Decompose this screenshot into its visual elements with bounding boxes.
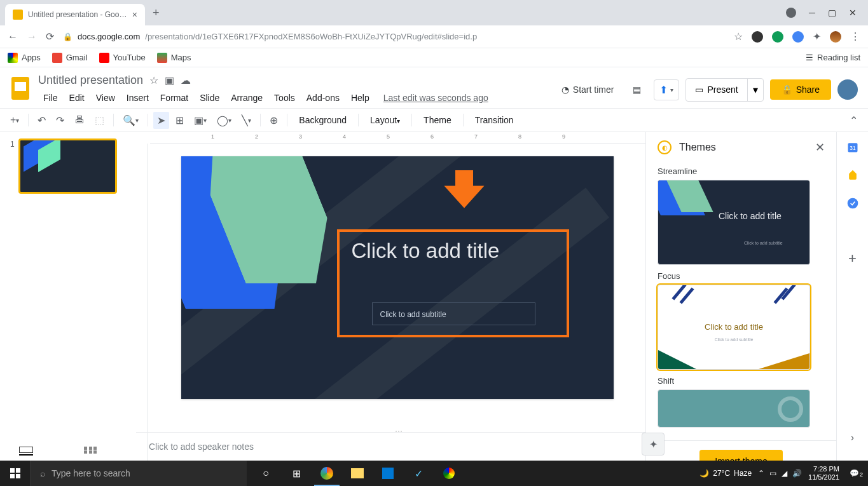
print-icon[interactable]: 🖶 <box>71 112 88 128</box>
wifi-icon[interactable]: ◢ <box>782 469 787 478</box>
close-window-icon[interactable]: ✕ <box>849 8 857 18</box>
chrome-menu-icon[interactable]: ⋮ <box>850 30 860 43</box>
chrome-taskbar-icon[interactable] <box>312 461 342 486</box>
extensions-puzzle-icon[interactable]: ✦ <box>813 30 821 43</box>
subtitle-placeholder-box[interactable]: Click to add subtitle <box>372 302 535 325</box>
present-dropdown[interactable]: ▾ <box>747 79 763 101</box>
bookmark-star-icon[interactable]: ☆ <box>734 30 743 43</box>
menu-slide[interactable]: Slide <box>195 90 224 105</box>
undo-icon[interactable]: ↶ <box>34 112 50 129</box>
upload-box-button[interactable]: ⬆▾ <box>654 79 679 100</box>
zoom-button[interactable]: 🔍▾ <box>119 112 142 129</box>
app-taskbar-icon[interactable] <box>373 461 403 486</box>
menu-addons[interactable]: Add-ons <box>301 90 345 105</box>
url-field[interactable]: 🔒 docs.google.com/presentation/d/1eGTXE6… <box>63 32 725 41</box>
slides-logo-icon[interactable] <box>8 71 33 105</box>
start-button[interactable] <box>0 461 31 486</box>
textbox-icon[interactable]: ⊞ <box>172 112 188 129</box>
present-button[interactable]: ▭Present <box>686 79 747 101</box>
explorer-taskbar-icon[interactable] <box>342 461 373 486</box>
menu-help[interactable]: Help <box>346 90 375 105</box>
menu-arrange[interactable]: Arrange <box>226 90 268 105</box>
theme-button[interactable]: Theme <box>417 112 458 128</box>
shape-icon[interactable]: ◯▾ <box>213 112 235 129</box>
grid-view-icon[interactable] <box>84 447 98 456</box>
tab-close-icon[interactable]: × <box>132 10 137 20</box>
calendar-icon[interactable]: 31 <box>846 141 859 154</box>
notifications-icon[interactable]: 💬2 <box>846 469 863 478</box>
extension-icon-2[interactable] <box>772 31 783 43</box>
new-slide-button[interactable]: +▾ <box>6 112 23 128</box>
menu-file[interactable]: File <box>38 90 63 105</box>
comments-button[interactable]: ▤ <box>626 81 647 98</box>
task-view-icon[interactable]: ⊞ <box>281 461 312 486</box>
keep-icon[interactable] <box>846 169 859 182</box>
filmstrip-view-icon[interactable] <box>19 447 33 456</box>
taskbar-clock[interactable]: 7:28 PM 11/5/2021 <box>808 465 839 482</box>
theme-preview-focus[interactable]: Click to add title Click to add subtitle <box>658 285 810 370</box>
menu-edit[interactable]: Edit <box>64 90 90 105</box>
menu-view[interactable]: View <box>91 90 120 105</box>
url-path: /presentation/d/1eGTXE6R17FXpnodXEM8S6oW… <box>145 32 477 41</box>
slide-thumbnail-1[interactable]: 1 <box>10 138 126 194</box>
background-button[interactable]: Background <box>293 112 353 128</box>
collapse-toolbar-icon[interactable]: ⌃ <box>846 112 862 129</box>
timer-icon: ◔ <box>561 84 569 95</box>
bookmark-gmail[interactable]: Gmail <box>52 53 88 63</box>
doc-title[interactable]: Untitled presentation <box>38 74 143 87</box>
star-icon[interactable]: ☆ <box>149 74 158 86</box>
theme-name-shift: Shift <box>658 376 825 386</box>
minimize-icon[interactable]: ─ <box>809 8 815 18</box>
themes-title: Themes <box>679 142 808 153</box>
menu-format[interactable]: Format <box>155 90 193 105</box>
theme-preview-shift[interactable] <box>658 389 810 428</box>
bookmark-youtube[interactable]: YouTube <box>99 53 146 63</box>
select-tool-icon[interactable]: ➤ <box>153 112 169 129</box>
theme-preview-streamline[interactable]: Click to add title Click to add subtitle <box>658 180 810 265</box>
image-icon[interactable]: ▣▾ <box>190 112 210 129</box>
move-icon[interactable]: ▣ <box>165 74 174 86</box>
browser-tab[interactable]: Untitled presentation - Google S × <box>5 4 145 25</box>
lock-icon[interactable]: 🔒 <box>63 32 72 41</box>
last-edit-link[interactable]: Last edit was seconds ago <box>383 93 488 103</box>
tray-chevron-icon[interactable]: ⌃ <box>758 469 764 478</box>
redo-icon[interactable]: ↷ <box>52 112 68 129</box>
taskbar-search[interactable]: ⌕Type here to search <box>31 461 247 486</box>
new-tab-button[interactable]: + <box>153 6 160 20</box>
close-panel-icon[interactable]: ✕ <box>815 140 825 154</box>
chrome-account-icon[interactable] <box>786 8 796 18</box>
layout-button[interactable]: Layout▾ <box>364 112 406 128</box>
bookmark-maps[interactable]: Maps <box>157 53 191 63</box>
todo-taskbar-icon[interactable]: ✓ <box>403 461 434 486</box>
bookmark-apps[interactable]: Apps <box>8 53 41 63</box>
line-icon[interactable]: ╲▾ <box>238 112 255 129</box>
extension-icon-3[interactable] <box>792 31 804 43</box>
comment-add-icon[interactable]: ⊕ <box>266 112 282 129</box>
volume-icon[interactable]: 🔊 <box>792 469 802 478</box>
share-button[interactable]: 🔒Share <box>770 79 831 100</box>
tasks-icon[interactable] <box>846 197 859 210</box>
maximize-icon[interactable]: ▢ <box>828 8 836 18</box>
menu-tools[interactable]: Tools <box>269 90 300 105</box>
slide-canvas[interactable]: Click to add title Click to add subtitle <box>181 156 614 399</box>
paint-format-icon[interactable]: ⬚ <box>91 112 108 129</box>
notes-resize-handle[interactable] <box>391 431 406 435</box>
transition-button[interactable]: Transition <box>469 112 520 128</box>
battery-icon[interactable]: ▭ <box>769 469 776 478</box>
profile-avatar-icon[interactable] <box>830 31 841 43</box>
reading-list-button[interactable]: ☰Reading list <box>806 53 860 62</box>
expand-rail-icon[interactable]: › <box>851 432 854 443</box>
start-timer-button[interactable]: ◔Start timer <box>555 81 621 98</box>
user-avatar[interactable] <box>837 79 858 100</box>
add-addon-icon[interactable]: + <box>848 250 857 267</box>
paint-taskbar-icon[interactable] <box>434 461 464 486</box>
menu-insert[interactable]: Insert <box>121 90 154 105</box>
reload-icon[interactable]: ⟳ <box>46 30 54 43</box>
title-placeholder[interactable]: Click to add title <box>352 239 500 263</box>
weather-widget[interactable]: 🌙 27°C Haze <box>699 469 752 478</box>
explore-button[interactable]: ✦ <box>642 433 665 456</box>
cloud-status-icon[interactable]: ☁ <box>181 74 191 86</box>
cortana-icon[interactable]: ○ <box>251 461 281 486</box>
extension-icon-1[interactable] <box>752 31 763 43</box>
back-icon[interactable]: ← <box>8 31 18 43</box>
